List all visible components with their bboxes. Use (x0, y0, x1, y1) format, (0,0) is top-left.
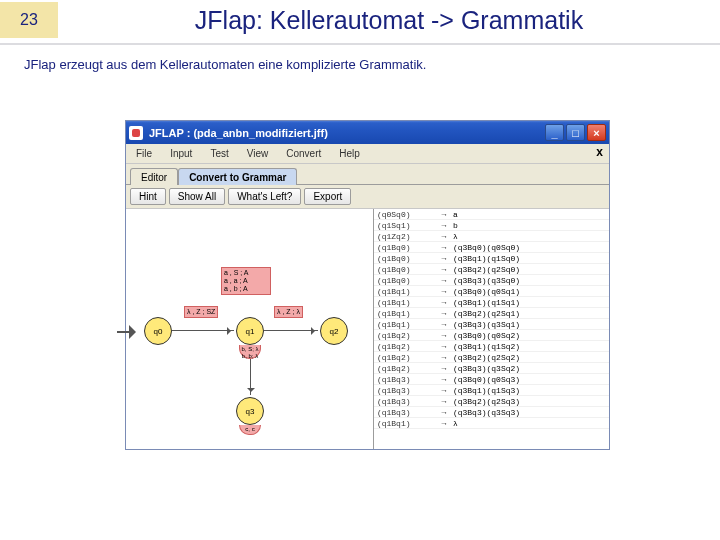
grammar-row[interactable]: (q1Bq0)→(q3Bq1)(q1Sq0) (374, 253, 609, 264)
arrow-icon: → (435, 320, 453, 329)
slide-title: JFlap: Kellerautomat -> Grammatik (58, 0, 720, 39)
grammar-lhs: (q1Bq2) (377, 342, 435, 351)
edge-q1-q2 (264, 330, 318, 331)
tab-editor[interactable]: Editor (130, 168, 178, 185)
arrow-icon: → (435, 397, 453, 406)
grammar-lhs: (q1Bq0) (377, 276, 435, 285)
grammar-rhs: (q3Bq3)(q3Sq0) (453, 276, 606, 285)
show-all-button[interactable]: Show All (169, 188, 225, 205)
grammar-row[interactable]: (q1Sq1)→b (374, 220, 609, 231)
grammar-lhs: (q1Bq0) (377, 243, 435, 252)
grammar-row[interactable]: (q1Bq3)→(q3Bq3)(q3Sq3) (374, 407, 609, 418)
grammar-row[interactable]: (q1Bq2)→(q3Bq1)(q1Sq2) (374, 341, 609, 352)
grammar-row[interactable]: (q1Bq1)→λ (374, 418, 609, 429)
state-q1[interactable]: q1 (236, 317, 264, 345)
arrow-icon: → (435, 254, 453, 263)
grammar-lhs: (q1Bq1) (377, 298, 435, 307)
window-title: JFLAP : (pda_anbn_modifiziert.jff) (149, 127, 545, 139)
grammar-row[interactable]: (q1Bq3)→(q3Bq2)(q2Sq3) (374, 396, 609, 407)
grammar-row[interactable]: (q1Bq1)→(q3Bq0)(q0Sq1) (374, 286, 609, 297)
grammar-rhs: (q3Bq1)(q1Sq1) (453, 298, 606, 307)
tab-convert-to-grammar[interactable]: Convert to Grammar (178, 168, 297, 185)
grammar-row[interactable]: (q0Sq0)→a (374, 209, 609, 220)
grammar-row[interactable]: (q1Bq2)→(q3Bq3)(q3Sq2) (374, 363, 609, 374)
jflap-window: JFLAP : (pda_anbn_modifiziert.jff) _ □ ×… (125, 120, 610, 450)
transition-q1-q2-label: λ , Z ; λ (274, 306, 303, 318)
grammar-row[interactable]: (q1Bq2)→(q3Bq2)(q2Sq2) (374, 352, 609, 363)
minimize-icon: _ (551, 127, 557, 139)
close-icon: × (593, 127, 599, 139)
grammar-lhs: (q1Bq3) (377, 408, 435, 417)
grammar-rhs: (q3Bq2)(q2Sq0) (453, 265, 606, 274)
edge-q0-q1 (172, 330, 234, 331)
grammar-rhs: a (453, 210, 606, 219)
grammar-rhs: b (453, 221, 606, 230)
menu-view[interactable]: View (241, 146, 275, 161)
state-q3[interactable]: q3 (236, 397, 264, 425)
grammar-row[interactable]: (q1Bq2)→(q3Bq0)(q0Sq2) (374, 330, 609, 341)
grammar-lhs: (q1Bq0) (377, 254, 435, 263)
grammar-row[interactable]: (q1Bq3)→(q3Bq1)(q1Sq3) (374, 385, 609, 396)
grammar-lhs: (q1Zq2) (377, 232, 435, 241)
arrow-icon: → (435, 375, 453, 384)
grammar-lhs: (q0Sq0) (377, 210, 435, 219)
menu-file[interactable]: File (130, 146, 158, 161)
arrow-icon: → (435, 331, 453, 340)
minimize-button[interactable]: _ (545, 124, 564, 141)
grammar-lhs: (q1Sq1) (377, 221, 435, 230)
arrow-icon: → (435, 419, 453, 428)
grammar-rhs: (q3Bq3)(q3Sq3) (453, 408, 606, 417)
arrow-icon: → (435, 364, 453, 373)
whats-left-button[interactable]: What's Left? (228, 188, 301, 205)
grammar-rhs: (q3Bq0)(q0Sq0) (453, 243, 606, 252)
grammar-row[interactable]: (q1Bq1)→(q3Bq2)(q2Sq1) (374, 308, 609, 319)
hint-button[interactable]: Hint (130, 188, 166, 205)
grammar-row[interactable]: (q1Bq0)→(q3Bq0)(q0Sq0) (374, 242, 609, 253)
arrow-icon: → (435, 342, 453, 351)
grammar-row[interactable]: (q1Zq2)→λ (374, 231, 609, 242)
export-button[interactable]: Export (304, 188, 351, 205)
grammar-lhs: (q1Bq3) (377, 397, 435, 406)
close-button[interactable]: × (587, 124, 606, 141)
grammar-rhs: (q3Bq2)(q2Sq2) (453, 353, 606, 362)
arrow-icon: → (435, 287, 453, 296)
grammar-row[interactable]: (q1Bq1)→(q3Bq3)(q3Sq1) (374, 319, 609, 330)
state-q2[interactable]: q2 (320, 317, 348, 345)
inner-close-icon[interactable]: x (596, 145, 603, 159)
grammar-lhs: (q1Bq2) (377, 331, 435, 340)
menu-test[interactable]: Test (204, 146, 234, 161)
arrow-icon: → (435, 276, 453, 285)
arrow-icon: → (435, 232, 453, 241)
menubar: File Input Test View Convert Help x (126, 144, 609, 164)
grammar-rhs: λ (453, 232, 606, 241)
grammar-row[interactable]: (q1Bq1)→(q3Bq1)(q1Sq1) (374, 297, 609, 308)
slide-subtitle: JFlap erzeugt aus dem Kellerautomaten ei… (0, 45, 720, 72)
toolbar: Hint Show All What's Left? Export (126, 185, 609, 209)
automaton-canvas[interactable]: q0 q1 q2 q3 a , S ; A a , a ; A a , b ; … (126, 209, 374, 449)
slide-number-box: 23 (0, 2, 58, 38)
arrow-icon: → (435, 210, 453, 219)
grammar-lhs: (q1Bq2) (377, 364, 435, 373)
arrow-icon: → (435, 408, 453, 417)
loop-q3: c, c (239, 425, 261, 435)
grammar-rhs: (q3Bq2)(q2Sq3) (453, 397, 606, 406)
content-area: q0 q1 q2 q3 a , S ; A a , a ; A a , b ; … (126, 209, 609, 449)
app-icon (129, 126, 143, 140)
grammar-row[interactable]: (q1Bq0)→(q3Bq3)(q3Sq0) (374, 275, 609, 286)
arrow-icon: → (435, 265, 453, 274)
state-q0[interactable]: q0 (144, 317, 172, 345)
grammar-lhs: (q1Bq3) (377, 386, 435, 395)
menu-input[interactable]: Input (164, 146, 198, 161)
grammar-rhs: (q3Bq1)(q1Sq2) (453, 342, 606, 351)
arrow-icon: → (435, 243, 453, 252)
grammar-row[interactable]: (q1Bq0)→(q3Bq2)(q2Sq0) (374, 264, 609, 275)
arrow-icon: → (435, 353, 453, 362)
menu-convert[interactable]: Convert (280, 146, 327, 161)
grammar-row[interactable]: (q1Bq3)→(q3Bq0)(q0Sq3) (374, 374, 609, 385)
transition-q0-self: a , S ; A a , a ; A a , b ; A (221, 267, 271, 295)
maximize-button[interactable]: □ (566, 124, 585, 141)
arrow-icon: → (435, 386, 453, 395)
menu-help[interactable]: Help (333, 146, 366, 161)
grammar-panel[interactable]: (q0Sq0)→a(q1Sq1)→b(q1Zq2)→λ(q1Bq0)→(q3Bq… (374, 209, 609, 449)
titlebar[interactable]: JFLAP : (pda_anbn_modifiziert.jff) _ □ × (126, 121, 609, 144)
